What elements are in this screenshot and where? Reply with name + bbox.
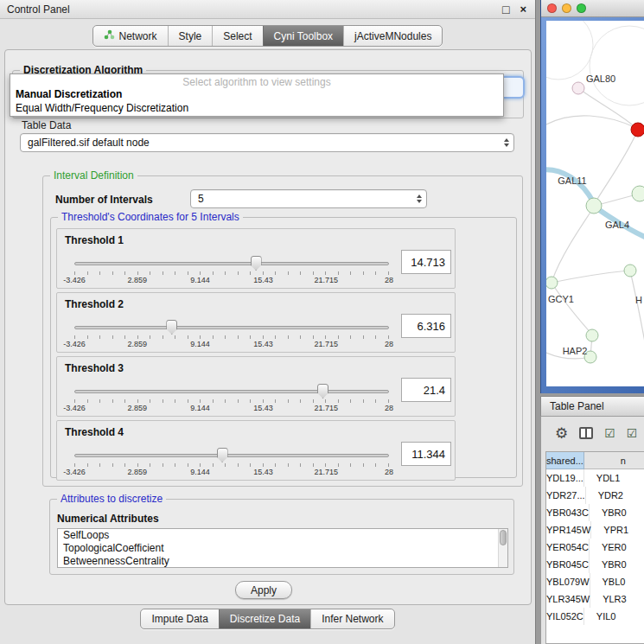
dropdown-placeholder: Select algorithm to view settings	[10, 74, 503, 87]
slider-thumb[interactable]	[317, 384, 328, 399]
network-canvas[interactable]: GAL80 GAL11 GAL4 GCY1 HAP2 H	[546, 21, 644, 386]
tab-network[interactable]: Network	[93, 26, 168, 46]
tab-jactivemnodules[interactable]: jActiveMNodules	[343, 26, 442, 46]
table-header-row: shared... n	[546, 452, 644, 469]
dropdown-option-manual-discretization[interactable]: Manual Discretization	[10, 87, 503, 101]
slider-scale: -3.426 2.859 9.144 15.43 21.715 28	[74, 404, 389, 414]
algorithm-dropdown-popup: Select algorithm to view settings Manual…	[10, 73, 504, 117]
table-row[interactable]: YIL052CYIL0	[546, 608, 644, 625]
network-node-red[interactable]	[631, 123, 644, 137]
network-icon	[104, 29, 115, 42]
threshold-label: Threshold 1	[65, 234, 124, 246]
deselect-all-icon[interactable]: ☑	[627, 427, 638, 439]
table-row[interactable]: YER054CYER0	[546, 539, 644, 556]
network-node[interactable]	[632, 186, 644, 201]
network-node[interactable]	[572, 82, 584, 94]
tab-cyni-toolbox[interactable]: Cyni Toolbox	[263, 26, 343, 46]
control-panel-window: Control Panel □ × Network Style Select	[0, 0, 536, 644]
table-row[interactable]: YLR345WYLR3	[546, 590, 644, 608]
node-label-gal80: GAL80	[586, 73, 615, 84]
scrollbar-thumb[interactable]	[500, 530, 507, 545]
tab-style[interactable]: Style	[168, 26, 213, 46]
slider-thumb[interactable]	[166, 320, 177, 335]
tab-discretize-data[interactable]: Discretize Data	[219, 609, 310, 628]
column-header-name[interactable]: n	[584, 452, 644, 469]
table-panel-window: ⚙ ☑ ☑ shared... n YDL19...YDL1 YDR27...Y…	[540, 417, 644, 644]
threshold-4-value-field[interactable]: 11.344	[401, 442, 451, 466]
zoom-traffic-light-icon[interactable]	[577, 3, 586, 13]
cyni-toolbox-panel: Discretization Algorithm Select algorith…	[4, 49, 532, 605]
minimize-traffic-light-icon[interactable]	[562, 3, 571, 13]
network-node[interactable]	[546, 277, 558, 289]
close-window-icon[interactable]: ×	[520, 3, 526, 15]
slider-track[interactable]	[74, 326, 389, 329]
tab-label: Network	[119, 30, 157, 42]
network-window-titlebar[interactable]	[541, 0, 644, 17]
list-item[interactable]: BetweennessCentrality	[58, 555, 507, 568]
combo-stepper-icon	[417, 194, 422, 203]
table-row[interactable]: YDL19...YDL1	[546, 469, 644, 487]
threshold-3-panel: Threshold 3 -3.426 2.859 9.144 15.43 21.…	[56, 356, 456, 417]
slider-track[interactable]	[74, 262, 389, 265]
slider-track[interactable]	[74, 390, 389, 393]
network-node[interactable]	[586, 329, 598, 341]
table-row[interactable]: YBR043CYBR0	[546, 504, 644, 521]
number-of-intervals-combo[interactable]: 5	[190, 189, 427, 208]
interval-definition-group: Interval Definition Number of Intervals …	[42, 175, 523, 487]
numerical-attributes-list: SelfLoops TopologicalCoefficient Between…	[57, 528, 508, 568]
slider-ticks	[74, 335, 389, 339]
threshold-2-value-field[interactable]: 6.316	[401, 314, 451, 338]
group-title: Threshold's Coordinates for 5 Intervals	[58, 211, 243, 223]
threshold-label: Threshold 3	[65, 362, 124, 374]
threshold-4-panel: Threshold 4 -3.426 2.859 9.144 15.43 21.…	[56, 420, 456, 481]
table-data-value: galFiltered.sif default node	[28, 137, 499, 149]
list-item[interactable]: TopologicalCoefficient	[58, 542, 507, 555]
table-row[interactable]: YBR045CYBR0	[546, 556, 644, 573]
window-title: Control Panel	[7, 3, 492, 16]
columns-icon[interactable]	[579, 427, 593, 439]
slider-scale: -3.426 2.859 9.144 15.43 21.715 28	[74, 468, 389, 478]
network-node[interactable]	[624, 265, 636, 277]
slider-thumb[interactable]	[251, 256, 262, 271]
threshold-1-value-field[interactable]: 14.713	[401, 250, 451, 274]
threshold-3-slider: -3.426 2.859 9.144 15.43 21.715 28	[74, 381, 389, 412]
table-data-label: Table Data	[22, 119, 71, 131]
threshold-4-slider: -3.426 2.859 9.144 15.43 21.715 28	[74, 445, 389, 476]
threshold-2-panel: Threshold 2 -3.426 2.859 9.144 15.43 21.…	[56, 292, 456, 353]
select-all-icon[interactable]: ☑	[604, 427, 615, 439]
slider-scale: -3.426 2.859 9.144 15.43 21.715 28	[74, 276, 389, 286]
network-node[interactable]	[586, 198, 602, 214]
list-scrollbar[interactable]	[498, 529, 507, 567]
tab-select[interactable]: Select	[212, 26, 262, 46]
apply-button[interactable]: Apply	[235, 581, 292, 599]
slider-thumb[interactable]	[217, 448, 228, 462]
slider-ticks	[74, 463, 389, 467]
gear-icon[interactable]: ⚙	[555, 426, 568, 441]
slider-track[interactable]	[74, 454, 389, 457]
table-row[interactable]: YDR27...YDR2	[546, 487, 644, 504]
close-traffic-light-icon[interactable]	[547, 3, 557, 13]
table-panel-header[interactable]: Table Panel	[540, 396, 644, 417]
threshold-1-panel: Threshold 1 -3.426 2.859 9.144 15.43 21.…	[56, 228, 456, 289]
attributes-group: Attributes to discretize Numerical Attri…	[49, 499, 514, 575]
node-label-hap2: HAP2	[563, 346, 588, 356]
tab-impute-data[interactable]: Impute Data	[141, 609, 218, 628]
tab-infer-network[interactable]: Infer Network	[310, 609, 393, 628]
network-graph: GAL80 GAL11 GAL4 GCY1 HAP2 H	[546, 21, 644, 386]
dropdown-option-equal-width[interactable]: Equal Width/Frequency Discretization	[10, 101, 503, 115]
control-panel-titlebar: Control Panel □ ×	[0, 0, 535, 19]
table-row[interactable]: YPR145WYPR1	[546, 521, 644, 539]
threshold-label: Threshold 2	[65, 298, 124, 310]
numerical-attributes-label: Numerical Attributes	[57, 513, 159, 525]
table-panel-title: Table Panel	[550, 400, 604, 412]
threshold-3-value-field[interactable]: 21.4	[401, 378, 451, 402]
node-table: shared... n YDL19...YDL1 YDR27...YDR2 YB…	[545, 451, 644, 644]
node-label-gal11: GAL11	[558, 175, 586, 186]
list-item[interactable]: SelfLoops	[58, 529, 507, 542]
table-data-combo[interactable]: galFiltered.sif default node	[20, 133, 514, 152]
float-window-icon[interactable]: □	[502, 3, 509, 16]
table-row[interactable]: YBL079WYBL0	[546, 573, 644, 590]
table-toolbar: ⚙ ☑ ☑	[546, 421, 644, 445]
column-header-shared-name[interactable]: shared...	[546, 452, 584, 469]
slider-ticks	[74, 271, 389, 275]
